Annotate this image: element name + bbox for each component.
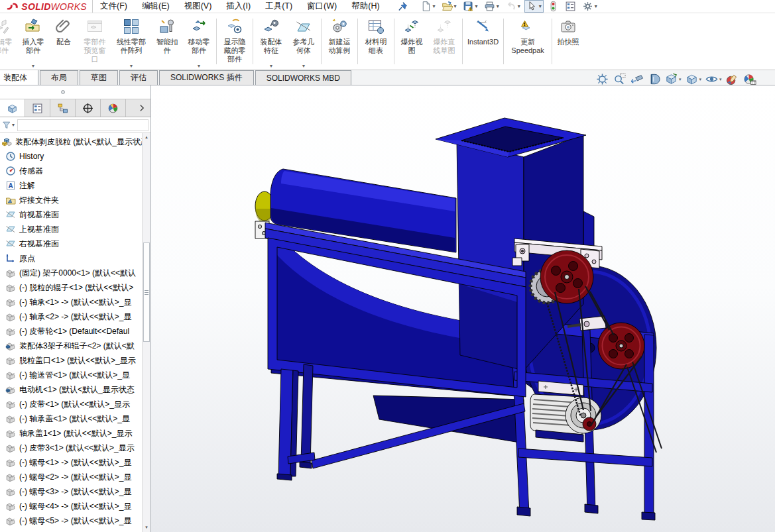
open-button[interactable]: ▾ [440, 0, 459, 13]
ribbon-reference-geometry-button[interactable]: 参考几何体▼ [288, 13, 320, 70]
filter-dropdown-icon[interactable]: ▾ [12, 122, 15, 128]
ribbon-mate-button[interactable]: 配合 [49, 13, 78, 70]
tree-item-nut-5[interactable]: (-) 螺母<5> -> (默认<<默认>_显 [0, 513, 143, 528]
tree-item-nut-2[interactable]: (-) 螺母<2> -> (默认<<默认>_显 [0, 470, 143, 484]
menu-tools[interactable]: 工具(T) [258, 0, 300, 13]
ribbon-exploded-view-button[interactable]: 爆炸视图 [396, 13, 428, 70]
tree-item-nut-4[interactable]: (-) 螺母<4> -> (默认<<默认>_显 [0, 499, 143, 513]
scroll-up-icon[interactable]: ▲ [143, 133, 150, 142]
menu-help[interactable]: 帮助(H) [344, 0, 387, 13]
dropdown-caret-icon[interactable]: ▾ [497, 3, 499, 9]
tree-item-nut-1[interactable]: (-) 螺母<1> -> (默认<<默认>_显 [0, 455, 143, 470]
tree-item-weldment-folder[interactable]: 焊接文件夹 [0, 193, 143, 207]
filter-input[interactable] [17, 119, 149, 131]
print-button[interactable]: ▾ [482, 0, 501, 13]
tree-item-electric-motor[interactable]: 电动机<1> (默认<默认_显示状态 [0, 382, 143, 397]
tree-item-belt-1[interactable]: (-) 皮带<1> (默认<<默认>_显示 [0, 397, 143, 411]
tree-item-threshing-roller[interactable]: (-) 脱粒的辊子<1> (默认<<默认> [0, 280, 143, 295]
dropdown-caret-icon[interactable]: ▾ [595, 3, 597, 9]
tree-item-nut-3[interactable]: (-) 螺母<3> -> (默认<<默认>_显 [0, 484, 143, 499]
dropdown-caret-icon[interactable]: ▾ [699, 77, 702, 82]
dropdown-caret-icon[interactable]: ▼ [269, 62, 274, 68]
tree-item-history[interactable]: History [0, 149, 143, 164]
previous-view-button[interactable] [630, 72, 644, 86]
displaymanager-tab[interactable] [101, 99, 126, 117]
ribbon-move-component-button[interactable]: 移动零部件▼ [183, 13, 215, 70]
menu-edit[interactable]: 编辑(E) [135, 0, 177, 13]
tree-item-bearing-2[interactable]: (-) 轴承<2> -> (默认<<默认>_显 [0, 309, 143, 324]
tree-item-conveying-pipe[interactable]: (-) 输送管<1> (默认<<默认>_显 [0, 368, 143, 382]
tree-item-subassembly3-frame-roller[interactable]: 装配体3架子和辊子<2> (默认<默 [0, 339, 143, 353]
new-document-button[interactable]: ▾ [418, 0, 438, 13]
select-button[interactable]: ▾ [524, 0, 544, 13]
panel-splitter[interactable] [0, 85, 150, 99]
dropdown-caret-icon[interactable]: ▼ [302, 62, 306, 68]
dropdown-caret-icon[interactable]: ▾ [518, 3, 520, 9]
dropdown-caret-icon[interactable]: ▾ [433, 3, 436, 9]
edit-appearance-button[interactable] [725, 72, 739, 86]
zoom-to-area-button[interactable] [613, 72, 626, 86]
tree-scrollbar[interactable]: ▲ ▼ [142, 133, 150, 532]
tree-item-sensors[interactable]: 传感器 [0, 164, 143, 178]
ribbon-assembly-features-button[interactable]: 装配体特征▼ [255, 13, 288, 70]
dropdown-caret-icon[interactable]: ▼ [31, 62, 36, 68]
section-view-button[interactable] [647, 72, 661, 86]
verification-button[interactable] [546, 0, 561, 13]
menu-file[interactable]: 文件(F) [93, 0, 135, 13]
hide-show-items-button[interactable]: ▾ [705, 72, 722, 86]
menu-view[interactable]: 视图(V) [177, 0, 219, 13]
save-button[interactable]: ▾ [461, 0, 480, 13]
ribbon-update-speedpak-button[interactable]: 更新Speedpak [505, 13, 550, 70]
tree-item-annotations[interactable]: A注解 [0, 178, 143, 193]
dropdown-caret-icon[interactable]: ▾ [475, 3, 478, 9]
3d-model-canvas[interactable] [151, 85, 775, 532]
panel-flyout-arrow-icon[interactable] [133, 99, 150, 117]
display-settings-button[interactable] [563, 0, 578, 13]
dimxpertmanager-tab[interactable] [76, 99, 101, 117]
tree-item-top-plane[interactable]: 上视基准面 [0, 222, 143, 237]
propertymanager-tab[interactable] [25, 99, 50, 117]
ribbon-bill-of-materials-button[interactable]: 材料明细表 [359, 13, 392, 70]
zoom-to-fit-button[interactable] [595, 72, 609, 86]
ribbon-component-preview-window-button[interactable]: 零部件预览窗口 [78, 13, 111, 70]
tab-evaluate[interactable]: 评估 [119, 70, 158, 85]
pin-menubar-icon[interactable] [398, 1, 408, 11]
dropdown-caret-icon[interactable]: ▾ [679, 77, 682, 82]
ribbon-linear-component-pattern-button[interactable]: 线性零部件阵列▼ [111, 13, 151, 70]
splitter-grip[interactable] [61, 90, 65, 94]
tree-item-right-plane[interactable]: 右视基准面 [0, 237, 143, 251]
tree-item-bearing-cap-1[interactable]: (-) 轴承盖<1> (默认<<默认>_显 [0, 411, 143, 426]
tree-item-thresh-cover[interactable]: 脱粒盖口<1> (默认<<默认>_显示 [0, 353, 143, 368]
tab-assembly[interactable]: 装配体 [0, 70, 38, 85]
filter-funnel-icon[interactable] [2, 121, 11, 130]
dropdown-caret-icon[interactable]: ▾ [539, 3, 542, 9]
featuremanager-tab[interactable] [0, 99, 25, 117]
model-thresher-machine[interactable] [255, 118, 662, 520]
ribbon-explode-line-sketch-button[interactable]: 爆炸直线草图 [428, 13, 461, 70]
dropdown-caret-icon[interactable]: ▾ [454, 3, 457, 9]
options-button[interactable]: ▾ [580, 0, 599, 13]
tab-solidworks-mbd[interactable]: SOLIDWORKS MBD [255, 70, 351, 85]
menu-window[interactable]: 窗口(W) [300, 0, 344, 13]
ribbon-smart-fasteners-button[interactable]: 智能扣件 [151, 13, 183, 70]
dropdown-caret-icon[interactable]: ▾ [719, 77, 722, 82]
scroll-down-icon[interactable]: ▼ [143, 523, 150, 532]
undo-button[interactable]: ▾ [503, 0, 522, 13]
tree-item-bearing-cap1-1[interactable]: 轴承盖1<1> (默认<<默认>_显示 [0, 426, 143, 441]
scroll-thumb[interactable] [143, 242, 150, 342]
tree-item-origin[interactable]: 原点 [0, 251, 143, 266]
ribbon-new-motion-study-button[interactable]: 新建运动算例 [323, 13, 356, 70]
ribbon-insert-components-button[interactable]: 插入零部件▼ [17, 13, 49, 70]
tree-item-front-plane[interactable]: 前视基准面 [0, 207, 143, 222]
tab-solidworks-addins[interactable]: SOLIDWORKS 插件 [159, 70, 254, 85]
tab-sketch[interactable]: 草图 [80, 70, 118, 85]
tab-layout[interactable]: 布局 [40, 70, 78, 85]
menu-insert[interactable]: 插入(I) [219, 0, 258, 13]
ribbon-take-snapshot-button[interactable]: 拍快照 [554, 13, 583, 70]
tree-item-belt-3[interactable]: (-) 皮带3<1> (默认<<默认>_显示 [0, 441, 143, 455]
tree-item-bearing-1[interactable]: (-) 轴承<1> -> (默认<<默认>_显 [0, 295, 143, 309]
tree-item-belt-pulley-1[interactable]: (-) 皮带轮<1> (Default<<Defaul [0, 324, 143, 339]
tree-item-frame-0000[interactable]: (固定) 架子0000<1> (默认<<默认 [0, 266, 143, 280]
graphics-viewport[interactable] [151, 85, 775, 532]
dropdown-caret-icon[interactable]: ▼ [129, 62, 134, 68]
